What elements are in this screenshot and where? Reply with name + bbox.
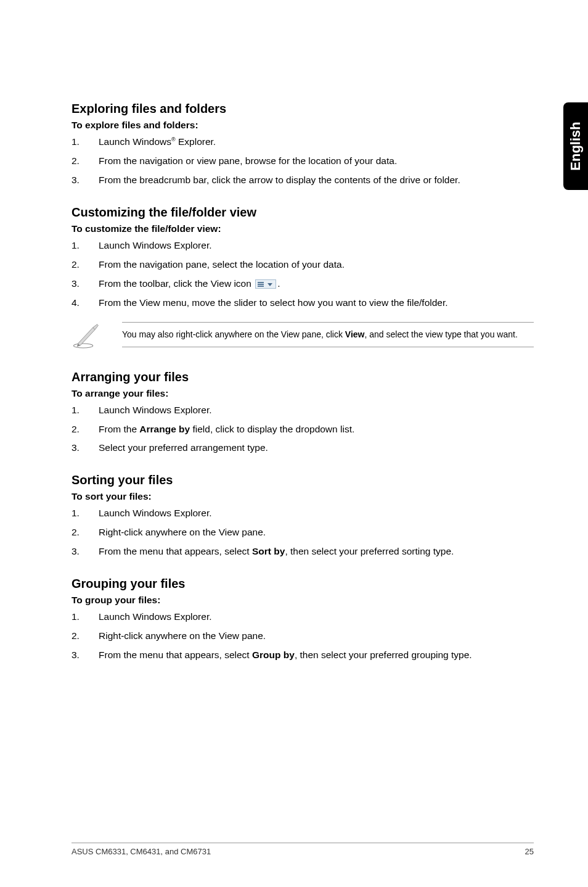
step-number: 3. — [71, 278, 99, 291]
step-list: 1.Launch Windows® Explorer.2.From the na… — [71, 136, 534, 187]
step-number: 3. — [71, 545, 99, 558]
svg-point-0 — [73, 344, 92, 348]
step-item: 2.From the Arrange by field, click to di… — [71, 423, 534, 436]
step-number: 1. — [71, 136, 99, 149]
step-item: 4.From the View menu, move the slider to… — [71, 297, 534, 310]
step-number: 1. — [71, 404, 99, 417]
step-text: Launch Windows Explorer. — [99, 611, 534, 624]
step-item: 1.Launch Windows Explorer. — [71, 507, 534, 520]
step-text: From the menu that appears, select Sort … — [99, 545, 534, 558]
step-item: 1.Launch Windows Explorer. — [71, 611, 534, 624]
section-heading: Customizing the file/folder view — [71, 205, 534, 220]
step-number: 3. — [71, 442, 99, 455]
section-subheading: To explore files and folders: — [71, 120, 534, 131]
step-number: 3. — [71, 174, 99, 187]
step-number: 1. — [71, 611, 99, 624]
step-item: 1.Launch Windows Explorer. — [71, 404, 534, 417]
section-subheading: To arrange your files: — [71, 388, 534, 399]
step-item: 1.Launch Windows® Explorer. — [71, 136, 534, 149]
step-number: 2. — [71, 423, 99, 436]
step-text: Right-click anywhere on the View pane. — [99, 526, 534, 539]
step-list: 1.Launch Windows Explorer.2.From the Arr… — [71, 404, 534, 455]
step-number: 3. — [71, 649, 99, 662]
step-text: Launch Windows Explorer. — [99, 404, 534, 417]
step-list: 1.Launch Windows Explorer.2.From the nav… — [71, 239, 534, 310]
step-item: 2.Right-click anywhere on the View pane. — [71, 526, 534, 539]
step-item: 2.Right-click anywhere on the View pane. — [71, 630, 534, 643]
step-number: 4. — [71, 297, 99, 310]
step-number: 2. — [71, 630, 99, 643]
section: Grouping your filesTo group your files:1… — [71, 577, 534, 662]
section-heading: Exploring files and folders — [71, 102, 534, 116]
section-subheading: To customize the file/folder view: — [71, 223, 534, 234]
step-text: Launch Windows® Explorer. — [99, 136, 534, 149]
section: Customizing the file/folder viewTo custo… — [71, 205, 534, 352]
step-item: 2.From the navigation pane, select the l… — [71, 258, 534, 271]
section: Arranging your filesTo arrange your file… — [71, 370, 534, 455]
step-number: 2. — [71, 526, 99, 539]
section-heading: Arranging your files — [71, 370, 534, 384]
step-item: 3.From the menu that appears, select Gro… — [71, 649, 534, 662]
step-number: 2. — [71, 258, 99, 271]
step-number: 2. — [71, 155, 99, 168]
footer-product: ASUS CM6331, CM6431, and CM6731 — [71, 847, 211, 856]
bold-term: Arrange by — [139, 424, 190, 434]
pen-note-icon — [71, 322, 104, 352]
step-text: From the toolbar, click the View icon . — [99, 278, 534, 291]
step-item: 3.From the breadcrumb bar, click the arr… — [71, 174, 534, 187]
step-list: 1.Launch Windows Explorer.2.Right-click … — [71, 611, 534, 662]
step-text: From the menu that appears, select Group… — [99, 649, 534, 662]
step-item: 2.From the navigation or view pane, brow… — [71, 155, 534, 168]
step-text: From the Arrange by field, click to disp… — [99, 423, 534, 436]
step-number: 1. — [71, 239, 99, 252]
section-subheading: To group your files: — [71, 595, 534, 606]
step-text: Select your preferred arrangement type. — [99, 442, 534, 455]
step-item: 3.Select your preferred arrangement type… — [71, 442, 534, 455]
bold-term: Sort by — [252, 546, 285, 556]
step-text: From the navigation pane, select the loc… — [99, 258, 534, 271]
registered-mark: ® — [171, 136, 176, 142]
step-number: 1. — [71, 507, 99, 520]
note-text: You may also right-click anywhere on the… — [122, 322, 534, 347]
section-heading: Sorting your files — [71, 473, 534, 487]
bold-term: View — [345, 329, 365, 339]
step-text: Launch Windows Explorer. — [99, 507, 534, 520]
step-item: 3.From the menu that appears, select Sor… — [71, 545, 534, 558]
view-dropdown-icon — [255, 279, 276, 289]
section: Sorting your filesTo sort your files:1.L… — [71, 473, 534, 558]
step-list: 1.Launch Windows Explorer.2.Right-click … — [71, 507, 534, 558]
step-item: 3.From the toolbar, click the View icon … — [71, 278, 534, 291]
section-subheading: To sort your files: — [71, 491, 534, 502]
page-footer: ASUS CM6331, CM6431, and CM6731 25 — [71, 843, 534, 856]
bold-term: Group by — [252, 650, 295, 660]
section-heading: Grouping your files — [71, 577, 534, 591]
page-content: Exploring files and foldersTo explore fi… — [0, 0, 588, 887]
step-text: Launch Windows Explorer. — [99, 239, 534, 252]
step-text: From the breadcrumb bar, click the arrow… — [99, 174, 534, 187]
footer-page-number: 25 — [525, 847, 534, 856]
step-item: 1.Launch Windows Explorer. — [71, 239, 534, 252]
step-text: From the View menu, move the slider to s… — [99, 297, 534, 310]
step-text: Right-click anywhere on the View pane. — [99, 630, 534, 643]
step-text: From the navigation or view pane, browse… — [99, 155, 534, 168]
note-box: You may also right-click anywhere on the… — [71, 322, 534, 352]
section: Exploring files and foldersTo explore fi… — [71, 102, 534, 187]
